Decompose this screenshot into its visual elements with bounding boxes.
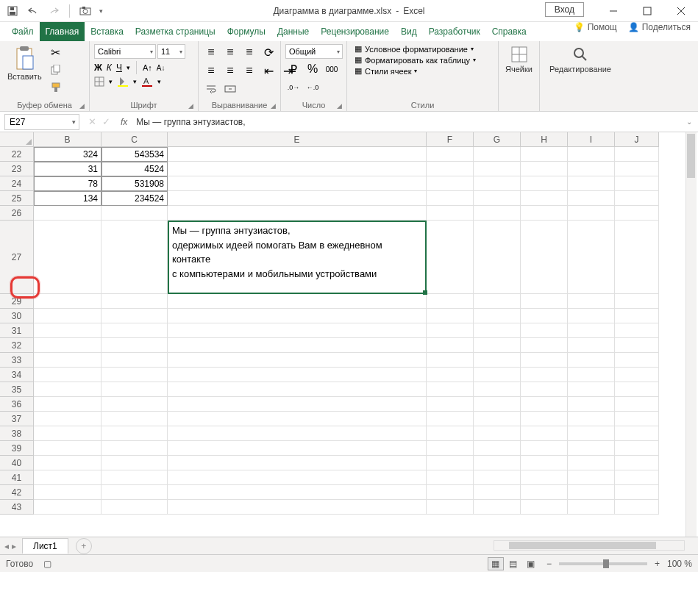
cell[interactable]: [427, 500, 474, 515]
cell[interactable]: [102, 485, 168, 500]
cell[interactable]: [615, 221, 659, 294]
cell[interactable]: [168, 323, 427, 338]
cell[interactable]: [521, 221, 568, 294]
cell[interactable]: [102, 441, 168, 456]
dialog-launcher-icon[interactable]: ◢: [337, 102, 342, 110]
cell[interactable]: [34, 500, 102, 515]
cell[interactable]: [615, 191, 659, 206]
fx-icon[interactable]: fx: [115, 117, 133, 127]
close-button[interactable]: [664, 0, 698, 21]
cell[interactable]: [427, 382, 474, 397]
cell[interactable]: [34, 441, 102, 456]
column-header[interactable]: H: [521, 132, 568, 147]
cell[interactable]: [568, 426, 615, 441]
cell[interactable]: [168, 353, 427, 368]
cell[interactable]: [615, 176, 659, 191]
cell[interactable]: [568, 368, 615, 382]
cell[interactable]: [568, 191, 615, 206]
cell[interactable]: [427, 397, 474, 412]
cell[interactable]: [34, 206, 102, 221]
cut-icon[interactable]: ✂: [48, 44, 64, 60]
cell[interactable]: [568, 162, 615, 176]
cell[interactable]: [34, 426, 102, 441]
row-header[interactable]: 32: [0, 338, 34, 353]
cell[interactable]: [474, 412, 521, 426]
column-header[interactable]: J: [615, 132, 659, 147]
cell[interactable]: [615, 206, 659, 221]
cell[interactable]: [521, 206, 568, 221]
number-format-combo[interactable]: Общий▾: [285, 44, 343, 59]
cell[interactable]: [568, 221, 615, 294]
increase-font-icon[interactable]: A↑: [143, 63, 152, 72]
cell[interactable]: [427, 323, 474, 338]
cell[interactable]: [474, 338, 521, 353]
align-center-icon[interactable]: ≡: [222, 62, 238, 79]
cell[interactable]: [427, 441, 474, 456]
cell[interactable]: [427, 338, 474, 353]
cell[interactable]: [168, 147, 427, 162]
cell[interactable]: [168, 338, 427, 353]
enter-icon[interactable]: ✓: [102, 116, 110, 127]
cell[interactable]: 4524: [102, 162, 168, 176]
cell[interactable]: [521, 338, 568, 353]
cell[interactable]: [168, 500, 427, 515]
cell[interactable]: [168, 294, 427, 309]
page-layout-view-icon[interactable]: ▤: [505, 557, 521, 570]
login-button[interactable]: Вход: [545, 2, 584, 17]
cell[interactable]: [568, 500, 615, 515]
cell[interactable]: [168, 382, 427, 397]
cell[interactable]: [521, 309, 568, 323]
zoom-slider[interactable]: [559, 562, 647, 565]
cell[interactable]: [427, 294, 474, 309]
cell[interactable]: [102, 397, 168, 412]
decrease-font-icon[interactable]: A↓: [157, 64, 165, 72]
cell[interactable]: [427, 412, 474, 426]
cell[interactable]: [474, 353, 521, 368]
cell[interactable]: [521, 368, 568, 382]
cell[interactable]: [474, 221, 521, 294]
worksheet-grid[interactable]: BCEFGHIJ 2232454353423314524247853190825…: [0, 132, 698, 537]
cell[interactable]: 78: [34, 176, 102, 191]
font-size-combo[interactable]: 11▾: [157, 44, 185, 59]
select-all-corner[interactable]: [0, 132, 34, 147]
row-header[interactable]: 23: [0, 162, 34, 176]
cell[interactable]: [568, 456, 615, 470]
cell[interactable]: [34, 368, 102, 382]
fill-color-icon[interactable]: [117, 76, 129, 87]
cell[interactable]: [168, 412, 427, 426]
cell[interactable]: [521, 191, 568, 206]
row-header[interactable]: 33: [0, 353, 34, 368]
cell[interactable]: [474, 485, 521, 500]
cell[interactable]: [168, 206, 427, 221]
minimize-button[interactable]: [596, 0, 630, 21]
cell[interactable]: [615, 485, 659, 500]
cell[interactable]: [474, 368, 521, 382]
cell[interactable]: [168, 397, 427, 412]
tab-help[interactable]: Справка: [486, 22, 533, 41]
cell[interactable]: [568, 338, 615, 353]
wrap-text-icon[interactable]: [203, 81, 219, 97]
cell[interactable]: [615, 441, 659, 456]
tab-insert[interactable]: Вставка: [85, 22, 129, 41]
cell[interactable]: [102, 368, 168, 382]
cell[interactable]: 324: [34, 147, 102, 162]
macro-record-icon[interactable]: ▢: [43, 559, 51, 569]
cell[interactable]: [568, 176, 615, 191]
cell[interactable]: [427, 221, 474, 294]
cell[interactable]: [102, 500, 168, 515]
camera-icon[interactable]: [79, 4, 92, 18]
maximize-button[interactable]: [630, 0, 664, 21]
cell[interactable]: [427, 162, 474, 176]
dialog-launcher-icon[interactable]: ◢: [271, 102, 276, 110]
cell[interactable]: [474, 441, 521, 456]
cell[interactable]: [427, 176, 474, 191]
row-header[interactable]: 24: [0, 176, 34, 191]
tab-formulas[interactable]: Формулы: [221, 22, 271, 41]
cell[interactable]: [568, 309, 615, 323]
sheet-tab[interactable]: Лист1: [22, 538, 68, 554]
cell[interactable]: [168, 485, 427, 500]
comma-icon[interactable]: 000: [324, 61, 340, 77]
cell[interactable]: [34, 397, 102, 412]
cell[interactable]: [615, 338, 659, 353]
cell[interactable]: [102, 456, 168, 470]
